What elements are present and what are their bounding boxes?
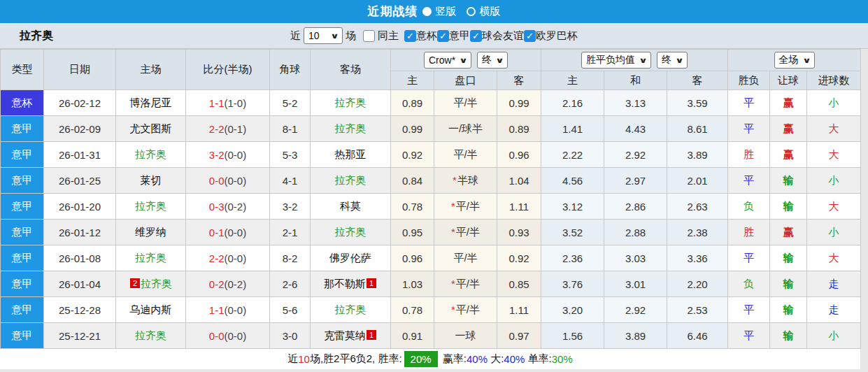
table-row: 意甲26-01-20拉齐奥0-3(0-2)3-2科莫0.78*平/半1.113.… [1,194,861,220]
avg-odds-draw: 2.88 [604,220,667,245]
handicap-result: 赢 [770,142,807,168]
sub-header-handicap: 盘口 [434,71,497,90]
half-time-score: (0-0) [225,227,247,238]
score-cell: 1-1(0-0) [186,297,270,323]
avg-odds-draw: 3.01 [604,271,667,297]
table-row: 意甲26-01-25莱切0-0(0-0)4-1拉齐奥0.84*半球1.044.5… [1,168,861,194]
summary-footer: 近10场,胜2平6负2, 胜率:20% 赢率:40% 大:40% 单率:30% [0,349,860,369]
goals-result: 走 [807,271,861,297]
match-result: 平 [728,90,770,116]
radio-vertical[interactable] [422,7,432,16]
competition-checkbox[interactable]: ✓ [437,30,449,42]
handicap-line: *平/半 [434,297,497,323]
away-team-name: 科莫 [340,200,361,212]
full-time-score: 0-1 [209,227,225,238]
full-time-score: 1-1 [209,304,225,316]
handicap-text: 一球 [455,329,476,341]
away-team-cell: 克雷莫纳1 [311,323,391,349]
full-time-score: 3-2 [209,149,225,161]
away-team-cell: 拉齐奥 [311,220,391,245]
odds-home: 0.95 [391,220,434,245]
avg-odds-away: 6.46 [667,323,728,349]
handicap-result: 赢 [770,220,807,245]
competition-label[interactable]: 意甲 [449,29,470,43]
match-date: 26-02-09 [44,116,116,142]
home-team-cell: 乌迪内斯 [116,297,186,323]
col-header-type: 类型 [1,50,44,90]
handicap-result: 赢 [770,90,807,116]
league-type-badge: 意甲 [1,245,44,271]
match-date: 26-01-12 [44,220,116,245]
avg-odds-home: 3.76 [541,271,604,297]
competition-checkbox[interactable]: ✓ [470,30,482,42]
home-team-name: 维罗纳 [135,226,166,238]
competition-checkbox[interactable]: ✓ [524,30,536,42]
odds-home: 0.89 [391,90,434,116]
avg-odds-away: 8.61 [667,116,728,142]
match-date: 25-12-21 [44,323,116,349]
radio-vertical-label[interactable]: 竖版 [436,5,457,18]
half-time-score: (0-0) [225,330,247,342]
avg-type-select[interactable]: 胜平负均值 ∨ [581,52,651,69]
handicap-line: 一/球半 [434,116,497,142]
odds-away: 1.11 [497,194,541,220]
sub-header-result: 胜负 [728,71,770,90]
avg-odds-away: 2.01 [667,168,728,194]
match-date: 26-01-04 [44,271,116,297]
corner-count: 3-2 [270,194,311,220]
star-icon: * [451,200,455,212]
avg-odds-home: 3.20 [541,297,604,323]
star-icon: * [451,278,455,289]
goals-result: 小 [807,90,861,116]
avg-odds-draw: 2.92 [604,297,667,323]
away-team-name: 拉齐奥 [335,174,367,186]
competition-label[interactable]: 欧罗巴杯 [536,29,578,43]
radio-horizontal-label[interactable]: 横版 [480,5,501,18]
avg-odds-away: 3.36 [667,245,728,271]
chevron-down-icon: ∨ [675,56,684,65]
odds-home: 1.03 [391,271,434,297]
avg-odds-away: 2.20 [667,271,728,297]
competition-checkbox[interactable]: ✓ [404,30,416,42]
half-time-score: (0-0) [225,149,247,161]
match-result: 平 [728,116,770,142]
corner-count: 2-1 [270,220,311,245]
competition-label[interactable]: 意杯 [416,29,437,43]
corner-count: 3-0 [270,323,311,349]
radio-horizontal[interactable] [467,7,476,16]
same-home-checkbox[interactable] [363,30,375,42]
odds-time-select-1[interactable]: 终 ∨ [477,52,508,69]
corner-count: 5-6 [270,297,311,323]
avg-odds-home: 2.36 [541,245,604,271]
handicap-text: 平/半 [453,252,477,264]
table-row: 意甲26-01-08拉齐奥2-2(0-0)8-2佛罗伦萨0.96平/半0.922… [1,245,861,271]
match-date: 26-01-31 [44,142,116,168]
same-home-label[interactable]: 同主 [378,29,399,43]
period-select[interactable]: 全场 ∨ [774,52,815,69]
full-time-score: 0-2 [209,278,225,290]
half-time-score: (0-0) [225,252,247,264]
sub-header-goals: 进球数 [807,71,861,90]
odds-company-select[interactable]: Crow* ∨ [424,52,471,69]
avg-odds-draw: 2.97 [604,168,667,194]
goals-result: 大 [807,116,861,142]
avg-odds-draw: 3.13 [604,90,667,116]
table-row: 意甲26-01-12维罗纳0-1(0-0)2-1拉齐奥0.95*平/半0.933… [1,220,861,245]
away-team-cell: 科莫 [311,194,391,220]
handicap-result: 输 [770,271,807,297]
red-card-badge: 1 [367,330,376,340]
odds-home: 0.84 [391,168,434,194]
match-result: 平 [728,297,770,323]
summary-segment: 单率: [525,352,551,366]
competition-label[interactable]: 球会友谊 [482,29,524,43]
avg-odds-away: 3.59 [667,90,728,116]
chevron-down-icon: ∨ [495,56,504,65]
odds-time-select-2[interactable]: 终 ∨ [657,52,688,69]
home-team-name: 拉齐奥 [135,200,166,212]
odds-company-value: Crow* [429,55,455,66]
star-icon: * [451,303,455,315]
full-time-score: 1-1 [209,97,225,109]
odds-away: 1.11 [497,297,541,323]
recent-count-select[interactable]: 10 ∨ [304,27,343,44]
league-type-badge: 意杯 [1,90,44,116]
